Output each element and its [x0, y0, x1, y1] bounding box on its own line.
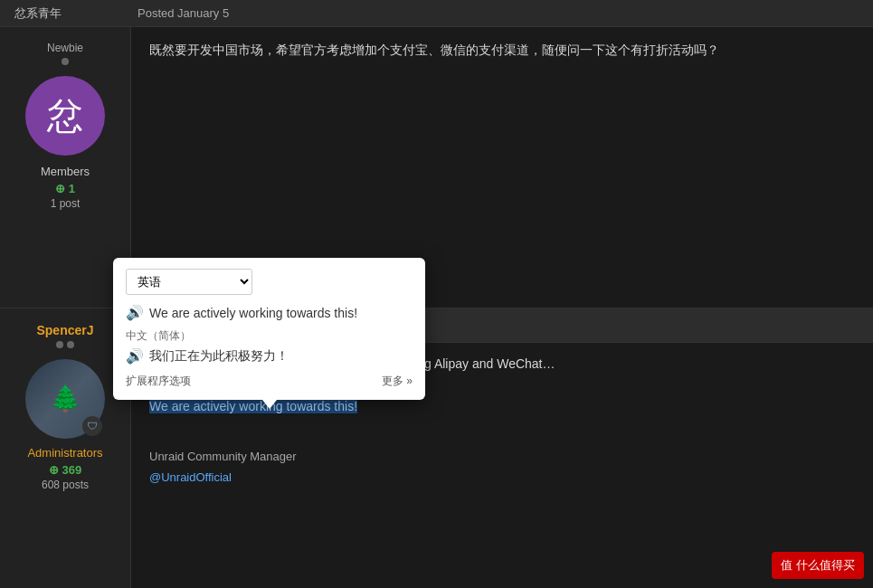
unraid-handle-link[interactable]: @UnraidOfficial [149, 470, 232, 484]
posts-count-1: 1 post [51, 197, 81, 210]
speaker-icon-target[interactable]: 🔊 [126, 347, 144, 365]
shield-badge: 🛡 [82, 416, 102, 436]
header-author: 忿系青年 [14, 5, 123, 22]
language-selector[interactable]: 英语 中文（简体） 日本語 한국어 Français Español [126, 269, 252, 295]
more-link[interactable]: 更多 » [382, 374, 413, 389]
username-2[interactable]: SpencerJ [36, 323, 93, 337]
avatar-tree-icon: 🌲 [50, 384, 81, 413]
watermark-text: 什么值得买 [796, 557, 855, 574]
rep-2: 369 [49, 463, 81, 477]
translate-source-row: 🔊 We are actively working towards this! [126, 304, 413, 321]
role-dots-2 [56, 341, 74, 348]
rep-1: 1 [55, 182, 75, 195]
role-badge-1: Newbie [47, 42, 83, 54]
dot-2 [67, 341, 74, 348]
translate-result-text: 我们正在为此积极努力！ [149, 348, 289, 365]
expand-options-link[interactable]: 扩展程序选项 [126, 374, 191, 389]
speaker-icon-source[interactable]: 🔊 [126, 304, 144, 321]
post-header: 忿系青年 Posted January 5 [0, 0, 873, 27]
highlighted-text: We are actively working towards this! [149, 399, 357, 413]
avatar-char-1: 忿 [47, 91, 83, 141]
group-label-1: Members [41, 165, 90, 178]
role-dot-1 [62, 58, 69, 65]
watermark-icon: 值 [781, 557, 792, 574]
post-text-1: 既然要开发中国市场，希望官方考虑增加个支付宝、微信的支付渠道，随便问一下这个有打… [131, 27, 873, 74]
shield-icon: 🛡 [87, 420, 98, 432]
avatar-1: 忿 [25, 76, 105, 156]
post-date: Posted January 5 [138, 6, 229, 20]
popup-footer: 扩展程序选项 更多 » [126, 374, 413, 389]
avatar-2: 🌲 🛡 [25, 359, 105, 439]
group-label-2: Administrators [27, 446, 102, 460]
posts-count-2: 608 posts [42, 479, 89, 491]
dot-1 [56, 341, 63, 348]
translate-result-row: 🔊 我们正在为此积极努力！ [126, 347, 413, 365]
translation-popup: 英语 中文（简体） 日本語 한국어 Français Español 🔊 We … [113, 258, 425, 400]
user-sidebar-1: Newbie 忿 Members 1 1 post [0, 27, 131, 308]
translate-source-text: We are actively working towards this! [149, 306, 357, 320]
watermark: 值 什么值得买 [772, 552, 864, 579]
target-language-label: 中文（简体） [126, 328, 413, 344]
community-manager-label: Unraid Community Manager [149, 447, 855, 467]
user-sidebar-2: SpencerJ 🌲 🛡 Administrators 369 608 post… [0, 308, 131, 589]
